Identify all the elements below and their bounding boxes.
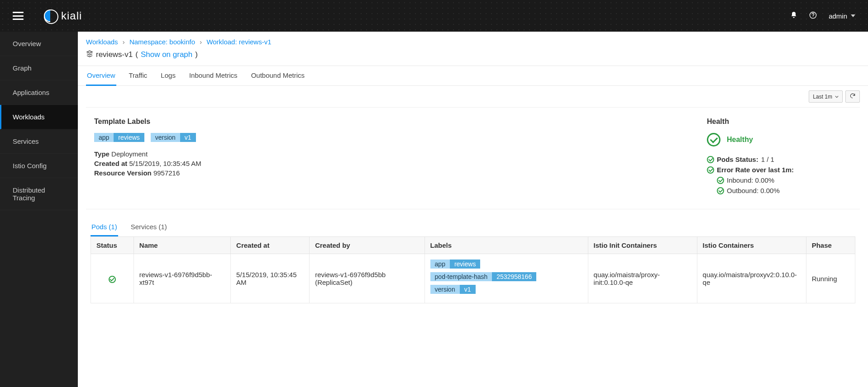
- health-heading: Health: [707, 118, 852, 126]
- detail-tabs: Overview Traffic Logs Inbound Metrics Ou…: [78, 66, 868, 86]
- help-icon[interactable]: [809, 11, 817, 21]
- subtab-pods[interactable]: Pods (1): [91, 218, 118, 236]
- col-name[interactable]: Name: [134, 237, 230, 254]
- tab-overview[interactable]: Overview: [86, 66, 116, 86]
- page-title: reviews-v1 (Show on graph): [78, 50, 868, 66]
- label-chip: version v1: [151, 133, 196, 142]
- chevron-down-icon: [851, 14, 855, 17]
- label-chip: pod-template-hash2532958166: [430, 272, 537, 281]
- label-value: v1: [180, 133, 196, 142]
- label-key: version: [151, 133, 180, 142]
- time-range-select[interactable]: Last 1m: [809, 90, 843, 103]
- sidebar-item-graph[interactable]: Graph: [0, 56, 78, 80]
- brand-text: kiali: [61, 9, 82, 22]
- sidebar-item-workloads[interactable]: Workloads: [0, 105, 78, 129]
- col-phase[interactable]: Phase: [806, 237, 855, 254]
- subtab-label: Services (1): [131, 223, 167, 231]
- cell-containers: quay.io/maistra/proxyv2:0.10.0-qe: [697, 254, 806, 303]
- created-row: Created at 5/15/2019, 10:35:45 AM: [94, 160, 707, 167]
- type-value: Deployment: [111, 150, 148, 158]
- col-created-by[interactable]: Created by: [310, 237, 424, 254]
- ok-icon: [109, 276, 116, 283]
- tab-label: Inbound Metrics: [189, 71, 238, 79]
- created-label: Created at: [94, 160, 127, 167]
- workload-icon: [86, 50, 93, 59]
- type-label: Type: [94, 150, 110, 158]
- user-menu[interactable]: admin: [829, 12, 855, 20]
- sub-tabs: Pods (1) Services (1): [78, 209, 868, 236]
- pods-status-label: Pods Status:: [717, 156, 758, 163]
- breadcrumb-sep: ›: [200, 38, 202, 46]
- top-bar: kiali admin: [0, 0, 868, 32]
- sidebar-item-istio-config[interactable]: Istio Config: [0, 154, 78, 178]
- bell-icon[interactable]: [790, 11, 797, 20]
- subtab-services[interactable]: Services (1): [130, 218, 168, 236]
- tab-traffic[interactable]: Traffic: [128, 66, 148, 85]
- sidebar-item-label: Distributed Tracing: [13, 186, 45, 202]
- tab-label: Outbound Metrics: [251, 71, 305, 79]
- show-on-graph-link[interactable]: Show on graph: [141, 50, 192, 59]
- error-rate-label: Error Rate over last 1m:: [717, 166, 794, 174]
- subtab-label: Pods (1): [91, 223, 117, 231]
- main-content: Workloads › Namespace: bookinfo › Worklo…: [78, 32, 868, 387]
- cell-labels: appreviews pod-template-hash2532958166 v…: [424, 254, 588, 303]
- tab-inbound-metrics[interactable]: Inbound Metrics: [188, 66, 238, 85]
- ok-icon: [707, 156, 714, 163]
- inbound-rate-value: Inbound: 0.00%: [727, 176, 774, 184]
- col-status[interactable]: Status: [91, 237, 134, 254]
- pods-status-value: 1 / 1: [761, 156, 774, 163]
- rv-label: Resource Version: [94, 169, 152, 177]
- breadcrumb-workload[interactable]: Workload: reviews-v1: [206, 38, 271, 46]
- label-key: version: [430, 285, 460, 294]
- label-key: pod-template-hash: [430, 272, 492, 281]
- label-value: 2532958166: [492, 272, 536, 281]
- refresh-button[interactable]: [845, 90, 860, 103]
- refresh-icon: [849, 93, 856, 100]
- breadcrumb-workloads[interactable]: Workloads: [86, 38, 118, 46]
- sidebar-item-applications[interactable]: Applications: [0, 80, 78, 105]
- sidebar-item-services[interactable]: Services: [0, 129, 78, 154]
- ok-icon: [717, 177, 724, 184]
- col-labels[interactable]: Labels: [424, 237, 588, 254]
- user-name: admin: [829, 12, 847, 20]
- created-value: 5/15/2019, 10:35:45 AM: [129, 160, 201, 167]
- col-containers[interactable]: Istio Containers: [697, 237, 806, 254]
- error-rate-line: Error Rate over last 1m:: [707, 166, 852, 174]
- label-value: reviews: [114, 133, 144, 142]
- tab-label: Logs: [161, 71, 176, 79]
- resource-version-row: Resource Version 9957216: [94, 169, 707, 177]
- label-value: reviews: [450, 260, 480, 269]
- template-labels: app reviews version v1: [94, 133, 707, 146]
- chevron-down-icon: [835, 94, 839, 100]
- table-row: reviews-v1-6976f9d5bb-xt97t 5/15/2019, 1…: [91, 254, 855, 303]
- col-init-containers[interactable]: Istio Init Containers: [588, 237, 697, 254]
- ok-icon: [717, 187, 724, 194]
- sidebar-item-overview[interactable]: Overview: [0, 32, 78, 56]
- outbound-rate-line: Outbound: 0.00%: [717, 187, 852, 194]
- breadcrumb-namespace[interactable]: Namespace: bookinfo: [129, 38, 195, 46]
- label-value: v1: [460, 285, 476, 294]
- label-key: app: [94, 133, 114, 142]
- sidebar-item-label: Graph: [13, 64, 32, 72]
- time-range-label: Last 1m: [813, 94, 832, 100]
- cell-init-containers: quay.io/maistra/proxy-init:0.10.0-qe: [588, 254, 697, 303]
- col-created-at[interactable]: Created at: [231, 237, 310, 254]
- health-ok-icon: [707, 133, 720, 146]
- tab-logs[interactable]: Logs: [160, 66, 176, 85]
- sidebar-item-label: Workloads: [13, 113, 45, 121]
- tab-label: Traffic: [129, 71, 148, 79]
- cell-name: reviews-v1-6976f9d5bb-xt97t: [134, 254, 230, 303]
- label-chip: appreviews: [430, 260, 481, 269]
- cell-phase: Running: [806, 254, 855, 303]
- breadcrumb: Workloads › Namespace: bookinfo › Worklo…: [78, 32, 868, 50]
- tab-outbound-metrics[interactable]: Outbound Metrics: [250, 66, 305, 85]
- template-labels-heading: Template Labels: [94, 118, 707, 126]
- rv-value: 9957216: [153, 169, 180, 177]
- sidebar-item-distributed-tracing[interactable]: Distributed Tracing: [0, 178, 78, 210]
- sidebar-item-label: Applications: [13, 89, 49, 96]
- sidebar-item-label: Istio Config: [13, 162, 47, 170]
- pods-status-line: Pods Status: 1 / 1: [707, 156, 852, 163]
- menu-toggle-button[interactable]: [13, 12, 24, 20]
- kiali-logo-icon: [44, 9, 57, 22]
- sidebar-item-label: Services: [13, 137, 39, 145]
